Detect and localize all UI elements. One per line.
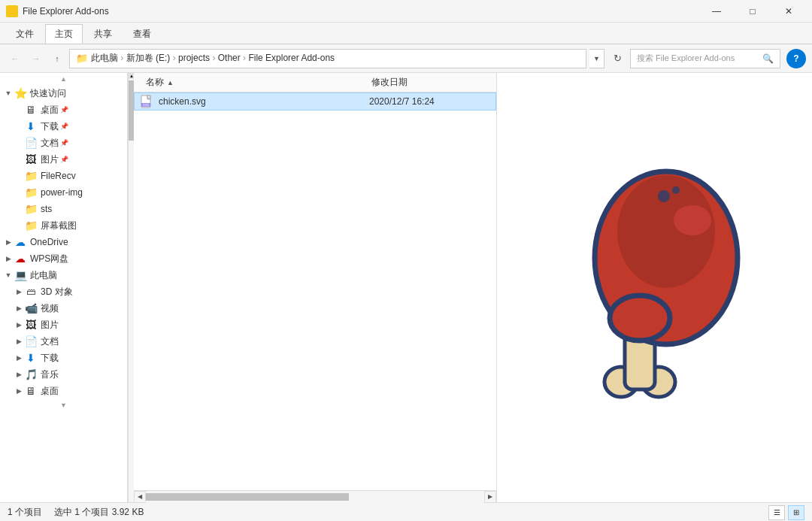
music-expand: ▶ bbox=[14, 369, 24, 380]
sidebar-item-filerecv[interactable]: 📁 FileRecv bbox=[0, 168, 127, 184]
sidebar-item-dl[interactable]: ▶ ⬇ 下载 bbox=[0, 350, 127, 366]
downloads-icon: ⬇ bbox=[24, 120, 38, 133]
tab-home[interactable]: 主页 bbox=[45, 24, 83, 44]
back-button[interactable]: ← bbox=[6, 50, 24, 68]
chicken-svg-name: chicken.svg bbox=[159, 96, 369, 107]
address-path: 此电脑 › 新加卷 (E:) › projects › Other › File… bbox=[91, 52, 335, 65]
3d-label: 3D 对象 bbox=[41, 286, 73, 298]
tab-file[interactable]: 文件 bbox=[6, 24, 44, 44]
sidebar-item-wps[interactable]: ▶ ☁ WPS网盘 bbox=[0, 250, 127, 267]
tab-share[interactable]: 共享 bbox=[84, 24, 122, 44]
refresh-button[interactable]: ↻ bbox=[607, 49, 627, 68]
hscroll-track[interactable] bbox=[146, 491, 484, 503]
sidebar-item-desktop2[interactable]: ▶ 🖥 桌面 bbox=[0, 383, 127, 399]
search-box[interactable]: 搜索 File Explorer Add-ons 🔍 bbox=[630, 49, 780, 68]
sidebar-container: ▲ ▼ ⭐ 快速访问 🖥 桌面 📌 ⬇ 下载 📌 📄 bbox=[0, 73, 134, 502]
sidebar-item-docs[interactable]: ▶ 📄 文档 bbox=[0, 333, 127, 350]
chicken-svg-icon: SVG bbox=[141, 95, 154, 108]
list-view-button[interactable]: ☰ bbox=[768, 505, 785, 520]
desktop-label: 桌面 bbox=[41, 104, 59, 117]
svg-point-14 bbox=[658, 190, 670, 202]
videos-expand: ▶ bbox=[14, 303, 24, 314]
title-bar: File Explorer Add-ons — □ ✕ bbox=[0, 0, 812, 23]
sidebar-scrollbar: ▲ bbox=[128, 73, 134, 502]
power-img-icon: 📁 bbox=[24, 186, 38, 199]
desktop2-icon: 🖥 bbox=[24, 384, 38, 398]
preview-area bbox=[496, 73, 812, 502]
sidebar-item-quick-access[interactable]: ▼ ⭐ 快速访问 bbox=[0, 85, 127, 101]
grid-view-button[interactable]: ⊞ bbox=[788, 505, 804, 520]
search-icon: 🔍 bbox=[762, 53, 774, 64]
3d-icon: 🗃 bbox=[24, 285, 38, 298]
desktop-icon: 🖥 bbox=[24, 103, 38, 117]
sidebar-item-documents[interactable]: 📄 文档 📌 bbox=[0, 135, 127, 151]
pics-label: 图片 bbox=[41, 319, 59, 332]
address-dropdown-button[interactable]: ▼ bbox=[589, 49, 604, 68]
hscroll-thumb[interactable] bbox=[146, 493, 349, 501]
maximize-button[interactable]: □ bbox=[735, 0, 770, 23]
minimize-button[interactable]: — bbox=[699, 0, 734, 23]
address-input[interactable]: 📁 此电脑 › 新加卷 (E:) › projects › Other › Fi… bbox=[69, 49, 586, 68]
up-button[interactable]: ↑ bbox=[48, 50, 66, 68]
sts-icon: 📁 bbox=[24, 202, 38, 216]
sidebar-item-pics[interactable]: ▶ 🖼 图片 bbox=[0, 317, 127, 333]
item-count: 1 个项目 bbox=[8, 506, 42, 519]
hscroll-left-btn[interactable]: ◀ bbox=[134, 491, 146, 503]
sidebar-item-power-img[interactable]: 📁 power-img bbox=[0, 184, 127, 201]
content-header: 名称 ▲ 修改日期 bbox=[134, 73, 496, 92]
scroll-up-indicator: ▲ bbox=[0, 73, 127, 85]
search-placeholder: 搜索 File Explorer Add-ons bbox=[637, 53, 735, 64]
sidebar-item-desktop[interactable]: 🖥 桌面 📌 bbox=[0, 101, 127, 118]
filerecv-icon: 📁 bbox=[24, 169, 38, 183]
dl-icon: ⬇ bbox=[24, 351, 38, 365]
pictures-icon: 🖼 bbox=[24, 153, 38, 166]
close-button[interactable]: ✕ bbox=[771, 0, 806, 23]
horizontal-scrollbar: ◀ ▶ bbox=[134, 490, 496, 502]
sidebar-item-3d[interactable]: ▶ 🗃 3D 对象 bbox=[0, 283, 127, 300]
power-img-expand bbox=[14, 187, 24, 198]
status-bar-left: 1 个项目 选中 1 个项目 3.92 KB bbox=[8, 506, 144, 519]
thispc-expand: ▼ bbox=[3, 270, 14, 280]
content-area: 名称 ▲ 修改日期 bbox=[134, 73, 496, 502]
grid-view-icon: ⊞ bbox=[793, 508, 799, 516]
thispc-icon: 💻 bbox=[14, 268, 27, 282]
svg-marker-4 bbox=[147, 95, 150, 98]
screenshots-expand bbox=[14, 220, 24, 231]
window-title: File Explorer Add-ons bbox=[23, 6, 109, 17]
thispc-label: 此电脑 bbox=[30, 269, 57, 282]
sidebar-item-onedrive[interactable]: ▶ ☁ OneDrive bbox=[0, 234, 127, 250]
col-header-name[interactable]: 名称 ▲ bbox=[140, 74, 365, 90]
sidebar-item-sts[interactable]: 📁 sts bbox=[0, 201, 127, 217]
sidebar-item-music[interactable]: ▶ 🎵 音乐 bbox=[0, 366, 127, 383]
dl-expand: ▶ bbox=[14, 353, 24, 363]
music-icon: 🎵 bbox=[24, 368, 38, 381]
file-row-chicken-svg[interactable]: SVG chicken.svg 2020/12/7 16:24 bbox=[134, 92, 496, 111]
quick-access-expand-icon: ▼ bbox=[3, 88, 14, 98]
col-header-date[interactable]: 修改日期 bbox=[365, 74, 486, 90]
pics-expand: ▶ bbox=[14, 320, 24, 330]
desktop-pin-icon: 📌 bbox=[60, 106, 68, 114]
svg-rect-1 bbox=[8, 9, 17, 16]
tab-view[interactable]: 查看 bbox=[123, 24, 161, 44]
sidebar-item-downloads[interactable]: ⬇ 下载 📌 bbox=[0, 118, 127, 135]
scroll-down-indicator: ▼ bbox=[0, 399, 127, 411]
wps-expand: ▶ bbox=[3, 253, 14, 264]
svg-point-15 bbox=[672, 186, 680, 194]
file-list-container: SVG chicken.svg 2020/12/7 16:24 ◀ ▶ bbox=[134, 92, 496, 502]
videos-icon: 📹 bbox=[24, 301, 38, 315]
hscroll-right-btn[interactable]: ▶ bbox=[484, 491, 496, 503]
ribbon: 文件 主页 共享 查看 bbox=[0, 23, 812, 44]
sidebar-item-pictures[interactable]: 🖼 图片 📌 bbox=[0, 151, 127, 168]
desktop-expand bbox=[14, 105, 24, 115]
sidebar-item-thispc[interactable]: ▼ 💻 此电脑 bbox=[0, 267, 127, 283]
filerecv-label: FileRecv bbox=[41, 171, 76, 181]
sidebar-item-videos[interactable]: ▶ 📹 视频 bbox=[0, 300, 127, 317]
pictures-expand bbox=[14, 154, 24, 165]
pictures-pin-icon: 📌 bbox=[60, 156, 68, 163]
sidebar-item-screenshots[interactable]: 📁 屏幕截图 bbox=[0, 217, 127, 234]
help-button[interactable]: ? bbox=[786, 49, 806, 68]
onedrive-icon: ☁ bbox=[14, 235, 27, 249]
sidebar: ▲ ▼ ⭐ 快速访问 🖥 桌面 📌 ⬇ 下载 📌 📄 bbox=[0, 73, 128, 502]
music-label: 音乐 bbox=[41, 368, 59, 381]
forward-button[interactable]: → bbox=[27, 50, 45, 68]
